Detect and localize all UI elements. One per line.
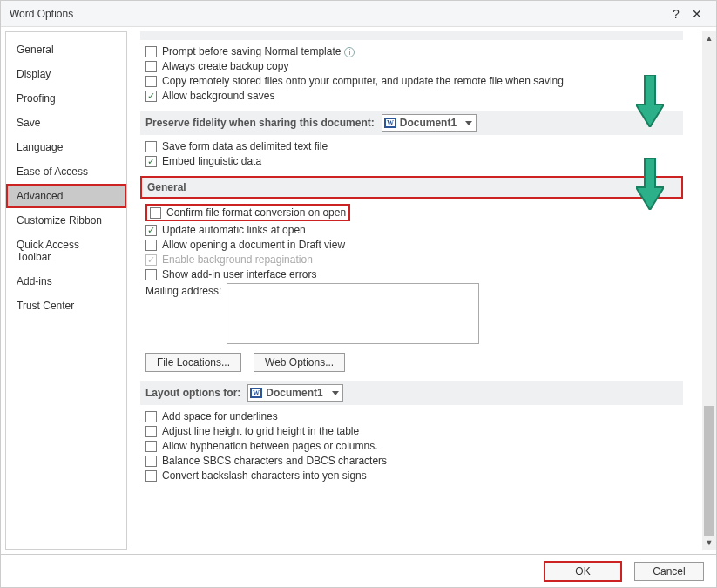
fidelity-doc-select[interactable]: W Document1 bbox=[382, 114, 477, 132]
sidebar-item-general[interactable]: General bbox=[6, 37, 126, 62]
caret-icon bbox=[465, 121, 472, 125]
label-add-space: Add space for underlines bbox=[162, 410, 278, 422]
label-prompt-saving: Prompt before saving Normal templatei bbox=[162, 45, 355, 57]
sidebar: General Display Proofing Save Language E… bbox=[5, 31, 127, 550]
svg-text:W: W bbox=[387, 119, 394, 127]
checkbox-allow-hyphen[interactable] bbox=[145, 441, 157, 452]
row-save-form-data: Save form data as delimited text file bbox=[145, 140, 683, 152]
label-allow-hyphen: Allow hyphenation between pages or colum… bbox=[162, 440, 378, 452]
row-allow-bg-saves: Allow background saves bbox=[145, 90, 683, 102]
checkbox-add-space[interactable] bbox=[145, 411, 157, 422]
row-add-space: Add space for underlines bbox=[145, 410, 683, 422]
sidebar-item-qat[interactable]: Quick Access Toolbar bbox=[6, 233, 126, 269]
section-layout: Layout options for: W Document1 bbox=[140, 381, 683, 405]
checkbox-embed-ling[interactable] bbox=[145, 156, 157, 167]
highlight-confirm-convert: Confirm file format conversion on open bbox=[145, 204, 350, 221]
content: Prompt before saving Normal templatei Al… bbox=[132, 27, 716, 554]
word-doc-icon: W bbox=[250, 387, 262, 399]
info-icon[interactable]: i bbox=[344, 47, 355, 57]
label-allow-draft: Allow opening a document in Draft view bbox=[162, 239, 345, 251]
label-adjust-line: Adjust line height to grid height in the… bbox=[162, 425, 359, 437]
row-show-addin-errors: Show add-in user interface errors bbox=[145, 268, 683, 280]
row-prompt-saving: Prompt before saving Normal templatei bbox=[145, 45, 683, 57]
label-show-addin-errors: Show add-in user interface errors bbox=[162, 268, 316, 280]
row-adjust-line: Adjust line height to grid height in the… bbox=[145, 425, 683, 437]
layout-doc-select[interactable]: W Document1 bbox=[247, 384, 342, 402]
layout-doc-label: Document1 bbox=[266, 387, 322, 399]
label-enable-repag: Enable background repagination bbox=[162, 253, 313, 266]
label-mailing: Mailing address: bbox=[145, 285, 221, 297]
checkbox-balance-sbcs[interactable] bbox=[145, 456, 157, 467]
sidebar-item-proofing[interactable]: Proofing bbox=[6, 86, 126, 111]
cancel-button[interactable]: Cancel bbox=[634, 562, 704, 581]
checkbox-allow-draft[interactable] bbox=[145, 240, 157, 251]
row-always-backup: Always create backup copy bbox=[145, 60, 683, 72]
checkbox-adjust-line[interactable] bbox=[145, 426, 157, 437]
sidebar-item-save[interactable]: Save bbox=[6, 111, 126, 135]
close-button[interactable]: ✕ bbox=[687, 7, 707, 21]
footer: OK Cancel bbox=[1, 554, 716, 587]
caret-icon bbox=[332, 391, 339, 395]
label-balance-sbcs: Balance SBCS characters and DBCS charact… bbox=[162, 455, 387, 467]
sidebar-item-display[interactable]: Display bbox=[6, 62, 126, 86]
word-doc-icon: W bbox=[384, 117, 396, 129]
web-options-button[interactable]: Web Options... bbox=[254, 353, 345, 372]
mailing-address-textarea[interactable] bbox=[227, 283, 479, 344]
section-general: General bbox=[140, 176, 683, 199]
checkbox-update-links[interactable] bbox=[145, 225, 157, 236]
sidebar-item-advanced[interactable]: Advanced bbox=[6, 184, 126, 208]
help-button[interactable]: ? bbox=[666, 7, 687, 21]
checkbox-enable-repag bbox=[145, 254, 157, 266]
sidebar-item-language[interactable]: Language bbox=[6, 135, 126, 159]
sidebar-item-customize-ribbon[interactable]: Customize Ribbon bbox=[6, 208, 126, 233]
row-balance-sbcs: Balance SBCS characters and DBCS charact… bbox=[145, 455, 683, 467]
label-save-form-data: Save form data as delimited text file bbox=[162, 140, 328, 152]
row-allow-draft: Allow opening a document in Draft view bbox=[145, 239, 683, 251]
label-embed-ling: Embed linguistic data bbox=[162, 155, 261, 167]
row-allow-hyphen: Allow hyphenation between pages or colum… bbox=[145, 440, 683, 452]
scroll-thumb[interactable] bbox=[704, 406, 714, 545]
checkbox-save-form-data[interactable] bbox=[145, 141, 157, 152]
layout-header-text: Layout options for: bbox=[145, 387, 240, 399]
fidelity-header-text: Preserve fidelity when sharing this docu… bbox=[145, 117, 375, 129]
svg-text:W: W bbox=[253, 389, 260, 397]
label-confirm-convert: Confirm file format conversion on open bbox=[166, 206, 346, 219]
scroll-up-button[interactable]: ▲ bbox=[702, 31, 716, 45]
checkbox-always-backup[interactable] bbox=[145, 61, 157, 72]
checkbox-show-addin-errors[interactable] bbox=[145, 269, 157, 280]
dialog-title: Word Options bbox=[10, 8, 666, 20]
titlebar: Word Options ? ✕ bbox=[1, 1, 716, 27]
row-copy-remote: Copy remotely stored files onto your com… bbox=[145, 75, 683, 87]
dialog-body: General Display Proofing Save Language E… bbox=[1, 27, 716, 554]
label-copy-remote: Copy remotely stored files onto your com… bbox=[162, 75, 564, 87]
scroll-down-button[interactable]: ▼ bbox=[702, 536, 716, 550]
label-update-links: Update automatic links at open bbox=[162, 224, 306, 236]
checkbox-convert-backslash[interactable] bbox=[145, 470, 157, 482]
label-always-backup: Always create backup copy bbox=[162, 60, 288, 72]
sidebar-item-ease[interactable]: Ease of Access bbox=[6, 159, 126, 184]
ok-button[interactable]: OK bbox=[544, 561, 622, 582]
file-locations-button[interactable]: File Locations... bbox=[145, 353, 241, 372]
general-buttons: File Locations... Web Options... bbox=[145, 353, 683, 372]
row-convert-backslash: Convert backslash characters into yen si… bbox=[145, 470, 683, 482]
row-confirm-convert: Confirm file format conversion on open bbox=[145, 204, 683, 221]
row-update-links: Update automatic links at open bbox=[145, 224, 683, 236]
checkbox-prompt-saving[interactable] bbox=[145, 46, 157, 57]
general-header-text: General bbox=[147, 181, 186, 193]
sidebar-item-trust-center[interactable]: Trust Center bbox=[6, 294, 126, 318]
checkbox-confirm-convert[interactable] bbox=[150, 207, 161, 219]
label-allow-bg-saves: Allow background saves bbox=[162, 90, 274, 102]
row-embed-ling: Embed linguistic data bbox=[145, 155, 683, 167]
sidebar-item-addins[interactable]: Add-ins bbox=[6, 269, 126, 294]
checkbox-copy-remote[interactable] bbox=[145, 76, 157, 87]
section-band bbox=[140, 31, 683, 40]
row-enable-repag: Enable background repagination bbox=[145, 253, 683, 266]
section-fidelity: Preserve fidelity when sharing this docu… bbox=[140, 111, 683, 135]
checkbox-allow-bg-saves[interactable] bbox=[145, 91, 157, 102]
word-options-dialog: Word Options ? ✕ General Display Proofin… bbox=[0, 0, 717, 588]
options-panel: Prompt before saving Normal templatei Al… bbox=[132, 27, 700, 554]
fidelity-doc-label: Document1 bbox=[400, 117, 457, 129]
row-mailing: Mailing address: bbox=[145, 283, 683, 344]
scrollbar[interactable]: ▲ ▼ bbox=[702, 31, 716, 550]
label-convert-backslash: Convert backslash characters into yen si… bbox=[162, 470, 367, 482]
